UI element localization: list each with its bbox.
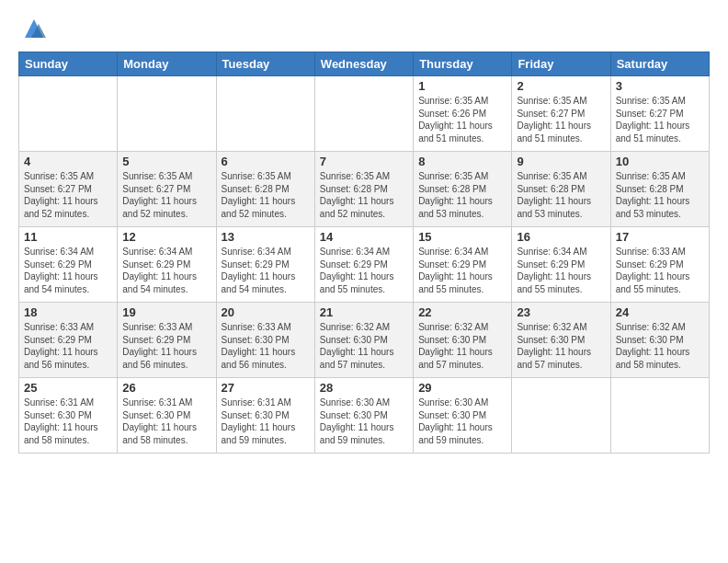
day-info: Sunrise: 6:34 AM Sunset: 6:29 PM Dayligh… <box>418 246 506 295</box>
day-number: 27 <box>222 381 310 395</box>
day-number: 19 <box>122 305 210 319</box>
calendar-cell: 27Sunrise: 6:31 AM Sunset: 6:30 PM Dayli… <box>216 378 314 454</box>
calendar-cell: 13Sunrise: 6:34 AM Sunset: 6:29 PM Dayli… <box>216 227 314 303</box>
calendar-cell: 14Sunrise: 6:34 AM Sunset: 6:29 PM Dayli… <box>314 227 413 303</box>
calendar-cell: 3Sunrise: 6:35 AM Sunset: 6:27 PM Daylig… <box>610 76 709 152</box>
day-number: 6 <box>222 155 310 168</box>
calendar-cell: 17Sunrise: 6:33 AM Sunset: 6:29 PM Dayli… <box>610 227 709 303</box>
day-info: Sunrise: 6:35 AM Sunset: 6:27 PM Dayligh… <box>24 170 112 220</box>
calendar-cell <box>314 76 413 152</box>
day-number: 13 <box>222 230 310 244</box>
day-info: Sunrise: 6:31 AM Sunset: 6:30 PM Dayligh… <box>222 396 310 446</box>
day-number: 20 <box>222 305 310 319</box>
calendar-cell <box>610 378 709 454</box>
calendar-cell: 26Sunrise: 6:31 AM Sunset: 6:30 PM Dayli… <box>118 378 216 454</box>
calendar-cell: 9Sunrise: 6:35 AM Sunset: 6:28 PM Daylig… <box>512 152 610 227</box>
day-of-week-header: Tuesday <box>216 52 314 76</box>
day-number: 17 <box>616 230 704 244</box>
day-number: 4 <box>24 155 112 168</box>
day-number: 25 <box>24 381 112 395</box>
day-info: Sunrise: 6:34 AM Sunset: 6:29 PM Dayligh… <box>222 246 310 295</box>
day-number: 9 <box>517 155 605 168</box>
day-info: Sunrise: 6:30 AM Sunset: 6:30 PM Dayligh… <box>320 396 408 446</box>
day-info: Sunrise: 6:35 AM Sunset: 6:28 PM Dayligh… <box>616 170 704 220</box>
day-info: Sunrise: 6:35 AM Sunset: 6:27 PM Dayligh… <box>122 170 210 220</box>
calendar-cell: 10Sunrise: 6:35 AM Sunset: 6:28 PM Dayli… <box>610 152 709 227</box>
day-number: 23 <box>517 305 605 319</box>
calendar-cell: 25Sunrise: 6:31 AM Sunset: 6:30 PM Dayli… <box>19 378 118 454</box>
day-of-week-header: Sunday <box>19 52 118 76</box>
day-info: Sunrise: 6:30 AM Sunset: 6:30 PM Dayligh… <box>418 396 506 446</box>
day-info: Sunrise: 6:34 AM Sunset: 6:29 PM Dayligh… <box>517 246 605 295</box>
day-number: 29 <box>418 381 506 395</box>
calendar-cell: 19Sunrise: 6:33 AM Sunset: 6:29 PM Dayli… <box>118 303 216 378</box>
day-number: 22 <box>418 305 506 319</box>
day-info: Sunrise: 6:32 AM Sunset: 6:30 PM Dayligh… <box>320 321 408 371</box>
day-of-week-header: Saturday <box>610 52 709 76</box>
calendar-cell: 8Sunrise: 6:35 AM Sunset: 6:28 PM Daylig… <box>414 152 512 227</box>
day-info: Sunrise: 6:35 AM Sunset: 6:28 PM Dayligh… <box>222 170 310 220</box>
day-number: 2 <box>517 79 605 93</box>
day-info: Sunrise: 6:31 AM Sunset: 6:30 PM Dayligh… <box>24 396 112 446</box>
day-info: Sunrise: 6:35 AM Sunset: 6:28 PM Dayligh… <box>320 170 408 220</box>
day-number: 10 <box>616 155 704 168</box>
calendar-cell: 6Sunrise: 6:35 AM Sunset: 6:28 PM Daylig… <box>216 152 314 227</box>
day-number: 26 <box>122 381 210 395</box>
day-number: 15 <box>418 230 506 244</box>
calendar-cell: 28Sunrise: 6:30 AM Sunset: 6:30 PM Dayli… <box>314 378 413 454</box>
day-of-week-header: Friday <box>512 52 610 76</box>
day-number: 7 <box>320 155 408 168</box>
day-number: 21 <box>320 305 408 319</box>
day-info: Sunrise: 6:35 AM Sunset: 6:27 PM Dayligh… <box>517 95 605 144</box>
calendar-cell: 12Sunrise: 6:34 AM Sunset: 6:29 PM Dayli… <box>118 227 216 303</box>
calendar-header-row: SundayMondayTuesdayWednesdayThursdayFrid… <box>19 52 710 76</box>
calendar-cell: 16Sunrise: 6:34 AM Sunset: 6:29 PM Dayli… <box>512 227 610 303</box>
calendar-cell <box>118 76 216 152</box>
calendar-cell <box>19 76 118 152</box>
day-info: Sunrise: 6:33 AM Sunset: 6:30 PM Dayligh… <box>222 321 310 371</box>
day-info: Sunrise: 6:34 AM Sunset: 6:29 PM Dayligh… <box>24 246 112 295</box>
calendar-cell: 22Sunrise: 6:32 AM Sunset: 6:30 PM Dayli… <box>414 303 512 378</box>
page: SundayMondayTuesdayWednesdayThursdayFrid… <box>0 0 728 563</box>
calendar-cell: 24Sunrise: 6:32 AM Sunset: 6:30 PM Dayli… <box>610 303 709 378</box>
calendar-cell: 21Sunrise: 6:32 AM Sunset: 6:30 PM Dayli… <box>314 303 413 378</box>
calendar-cell: 2Sunrise: 6:35 AM Sunset: 6:27 PM Daylig… <box>512 76 610 152</box>
header <box>18 15 710 42</box>
calendar-cell: 18Sunrise: 6:33 AM Sunset: 6:29 PM Dayli… <box>19 303 118 378</box>
day-number: 11 <box>24 230 112 244</box>
calendar-week-row: 25Sunrise: 6:31 AM Sunset: 6:30 PM Dayli… <box>19 378 710 454</box>
calendar-cell: 4Sunrise: 6:35 AM Sunset: 6:27 PM Daylig… <box>19 152 118 227</box>
calendar-cell <box>216 76 314 152</box>
day-info: Sunrise: 6:35 AM Sunset: 6:28 PM Dayligh… <box>517 170 605 220</box>
logo-icon <box>20 15 48 42</box>
calendar-cell: 15Sunrise: 6:34 AM Sunset: 6:29 PM Dayli… <box>414 227 512 303</box>
logo <box>18 15 48 42</box>
day-number: 14 <box>320 230 408 244</box>
day-of-week-header: Thursday <box>414 52 512 76</box>
calendar-week-row: 11Sunrise: 6:34 AM Sunset: 6:29 PM Dayli… <box>19 227 710 303</box>
day-number: 3 <box>616 79 704 93</box>
day-info: Sunrise: 6:33 AM Sunset: 6:29 PM Dayligh… <box>616 246 704 295</box>
calendar-cell: 1Sunrise: 6:35 AM Sunset: 6:26 PM Daylig… <box>414 76 512 152</box>
day-number: 1 <box>418 79 506 93</box>
day-info: Sunrise: 6:34 AM Sunset: 6:29 PM Dayligh… <box>320 246 408 295</box>
day-info: Sunrise: 6:35 AM Sunset: 6:26 PM Dayligh… <box>418 95 506 144</box>
day-info: Sunrise: 6:33 AM Sunset: 6:29 PM Dayligh… <box>24 321 112 371</box>
calendar-cell: 5Sunrise: 6:35 AM Sunset: 6:27 PM Daylig… <box>118 152 216 227</box>
day-info: Sunrise: 6:32 AM Sunset: 6:30 PM Dayligh… <box>418 321 506 371</box>
calendar-cell: 29Sunrise: 6:30 AM Sunset: 6:30 PM Dayli… <box>414 378 512 454</box>
calendar-cell: 7Sunrise: 6:35 AM Sunset: 6:28 PM Daylig… <box>314 152 413 227</box>
calendar-cell: 11Sunrise: 6:34 AM Sunset: 6:29 PM Dayli… <box>19 227 118 303</box>
day-number: 18 <box>24 305 112 319</box>
day-info: Sunrise: 6:32 AM Sunset: 6:30 PM Dayligh… <box>517 321 605 371</box>
calendar-week-row: 1Sunrise: 6:35 AM Sunset: 6:26 PM Daylig… <box>19 76 710 152</box>
day-number: 16 <box>517 230 605 244</box>
calendar-cell <box>512 378 610 454</box>
calendar-cell: 23Sunrise: 6:32 AM Sunset: 6:30 PM Dayli… <box>512 303 610 378</box>
day-info: Sunrise: 6:33 AM Sunset: 6:29 PM Dayligh… <box>122 321 210 371</box>
day-of-week-header: Wednesday <box>314 52 413 76</box>
day-info: Sunrise: 6:32 AM Sunset: 6:30 PM Dayligh… <box>616 321 704 371</box>
day-info: Sunrise: 6:35 AM Sunset: 6:27 PM Dayligh… <box>616 95 704 144</box>
day-number: 8 <box>418 155 506 168</box>
day-info: Sunrise: 6:35 AM Sunset: 6:28 PM Dayligh… <box>418 170 506 220</box>
